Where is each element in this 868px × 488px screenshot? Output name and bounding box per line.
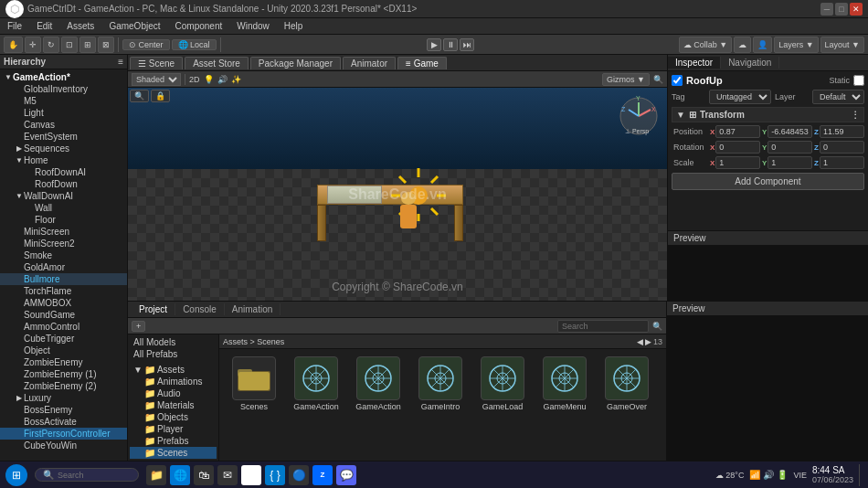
add-asset-button[interactable]: + bbox=[132, 321, 145, 332]
scale-tool-btn[interactable]: ⊡ bbox=[61, 37, 78, 53]
tree-prefabs[interactable]: 📁 Prefabs bbox=[130, 435, 217, 447]
asset-item-gameaction2[interactable]: GameAction bbox=[351, 356, 406, 453]
battery-icon[interactable]: 🔋 bbox=[777, 470, 788, 480]
menu-help[interactable]: Help bbox=[281, 20, 307, 32]
pause-button[interactable]: ⏸ bbox=[443, 38, 458, 51]
tab-animation[interactable]: Animation bbox=[225, 303, 281, 315]
tree-item-object[interactable]: Object bbox=[0, 345, 127, 356]
taskbar-app-store[interactable]: 🛍 bbox=[194, 465, 214, 485]
tab-navigation[interactable]: Navigation bbox=[721, 57, 779, 69]
transform-tool-btn[interactable]: ⊠ bbox=[98, 37, 114, 53]
position-x-input[interactable] bbox=[715, 125, 760, 138]
tree-scenes[interactable]: 📁 Scenes bbox=[130, 447, 217, 459]
tree-item-bullmore[interactable]: Bullmore bbox=[0, 273, 127, 285]
taskbar-app-chrome[interactable]: 🔵 bbox=[289, 465, 309, 485]
tree-item-bossactivate[interactable]: BossActivate bbox=[0, 416, 127, 428]
rotate-tool-btn[interactable]: ↻ bbox=[43, 37, 59, 53]
tree-item-cubeyouwin[interactable]: CubeYouWin bbox=[0, 440, 127, 451]
tree-item-floor[interactable]: Floor bbox=[0, 214, 127, 226]
scene-light-btn[interactable]: 💡 bbox=[204, 75, 214, 84]
taskbar-app-unity[interactable]: ⬡ bbox=[241, 465, 261, 485]
rotation-z-input[interactable] bbox=[820, 141, 864, 154]
tab-game[interactable]: ≡ Game bbox=[397, 57, 447, 69]
taskbar-app-zalo[interactable]: Z bbox=[312, 465, 333, 485]
rotation-y-input[interactable] bbox=[767, 141, 812, 154]
rotation-x-input[interactable] bbox=[715, 141, 760, 154]
asset-item-gameover[interactable]: GameOver bbox=[599, 356, 654, 453]
play-button[interactable]: ▶ bbox=[427, 38, 441, 51]
tree-item-bossenemy[interactable]: BossEnemy bbox=[0, 404, 127, 416]
move-tool-btn[interactable]: ✛ bbox=[25, 37, 41, 53]
asset-item-gameaction[interactable]: GameAction bbox=[289, 356, 344, 453]
start-button[interactable]: ⊞ bbox=[5, 464, 27, 486]
account-btn[interactable]: 👤 bbox=[753, 37, 772, 53]
tree-item-ammobox[interactable]: AMMOBOX bbox=[0, 297, 127, 309]
tree-item-home[interactable]: ▼ Home bbox=[0, 154, 127, 166]
next-btn[interactable]: ▶ bbox=[645, 337, 651, 346]
transform-section-header[interactable]: ▼ ⊞ Transform ⋮ bbox=[672, 107, 864, 122]
add-component-button[interactable]: Add Component bbox=[672, 173, 864, 190]
position-z-input[interactable] bbox=[820, 125, 864, 138]
asset-search-input[interactable] bbox=[557, 320, 649, 333]
rect-tool-btn[interactable]: ⊞ bbox=[79, 37, 96, 53]
tree-item-ammocontrol[interactable]: AmmoControl bbox=[0, 321, 127, 333]
tree-item-zombieenemy2[interactable]: ZombieEnemy (2) bbox=[0, 380, 127, 392]
taskbar-language[interactable]: VIE bbox=[793, 471, 807, 480]
asset-item-gameload[interactable]: GameLoad bbox=[475, 356, 530, 453]
layers-btn[interactable]: Layers ▼ bbox=[774, 37, 818, 53]
tree-item-miniscreen2[interactable]: MiniScreen2 bbox=[0, 238, 127, 249]
scene-viewport[interactable]: ShareCode.vn Copyright © ShareCode.vn X bbox=[128, 88, 667, 301]
asset-item-gameintro[interactable]: GameIntro bbox=[413, 356, 468, 453]
menu-window[interactable]: Window bbox=[233, 20, 273, 32]
tree-item-sequences[interactable]: ▶ Sequences bbox=[0, 143, 127, 154]
shading-dropdown[interactable]: Shaded bbox=[132, 73, 181, 86]
scene-lock-icon[interactable]: 🔒 bbox=[151, 90, 170, 102]
prev-btn[interactable]: ◀ bbox=[637, 337, 643, 346]
tree-assets[interactable]: ▼ 📁 Assets bbox=[130, 364, 217, 376]
menu-assets[interactable]: Assets bbox=[63, 20, 98, 32]
tree-item-zombieenemy0[interactable]: ZombieEnemy bbox=[0, 356, 127, 368]
network-icon[interactable]: 📶 bbox=[749, 470, 760, 480]
services-btn[interactable]: ☁ bbox=[734, 37, 751, 53]
tab-asset-store[interactable]: Asset Store bbox=[185, 57, 249, 69]
tree-item-zombieenemy1[interactable]: ZombieEnemy (1) bbox=[0, 368, 127, 380]
scene-search-icon[interactable]: 🔍 bbox=[130, 90, 149, 102]
position-y-input[interactable] bbox=[767, 125, 812, 138]
tree-item-goldamor[interactable]: GoldAmor bbox=[0, 261, 127, 273]
tree-item-roofdown[interactable]: RoofDown bbox=[0, 178, 127, 190]
scene-fx-btn[interactable]: ✨ bbox=[231, 75, 241, 84]
tree-item-smoke[interactable]: Smoke bbox=[0, 249, 127, 261]
minimize-button[interactable]: ─ bbox=[820, 3, 833, 16]
tree-item-walldownai[interactable]: ▼ WallDownAI bbox=[0, 190, 127, 202]
collab-btn[interactable]: ☁ Collab ▼ bbox=[679, 37, 732, 53]
tree-audio[interactable]: 📁 Audio bbox=[130, 387, 217, 399]
tree-item-cubetrigger[interactable]: CubeTrigger bbox=[0, 333, 127, 345]
tab-scene[interactable]: ☰ Scene bbox=[130, 57, 183, 69]
taskbar-app-mail[interactable]: ✉ bbox=[217, 465, 238, 485]
tab-animator[interactable]: Animator bbox=[343, 57, 396, 69]
gizmos-btn[interactable]: Gizmos ▼ bbox=[602, 73, 650, 86]
maximize-button[interactable]: □ bbox=[835, 3, 848, 16]
tree-item-light[interactable]: Light bbox=[0, 107, 127, 119]
tree-item-roofdownai[interactable]: RoofDownAI bbox=[0, 166, 127, 178]
menu-component[interactable]: Component bbox=[172, 20, 227, 32]
tree-item-firstpersoncontroller[interactable]: FirstPersonController bbox=[0, 428, 127, 440]
asset-item-folder[interactable]: Scenes bbox=[227, 356, 281, 453]
tree-item-miniscreen[interactable]: MiniScreen bbox=[0, 226, 127, 238]
scale-y-input[interactable] bbox=[767, 156, 812, 169]
tree-player[interactable]: 📁 Player bbox=[130, 423, 217, 435]
scale-z-input[interactable] bbox=[820, 156, 864, 169]
object-active-checkbox[interactable] bbox=[672, 75, 683, 86]
center-toggle[interactable]: ⊙ Center bbox=[122, 39, 170, 50]
hierarchy-tree[interactable]: ▼ GameAction* GlobalInventory M5 Light bbox=[0, 69, 127, 461]
tab-package-manager[interactable]: Package Manager bbox=[250, 57, 341, 69]
taskbar-app-explorer[interactable]: 📁 bbox=[146, 465, 166, 485]
tree-item-soundgame[interactable]: SoundGame bbox=[0, 309, 127, 321]
tab-console[interactable]: Console bbox=[175, 303, 225, 315]
tree-item-gameaction[interactable]: ▼ GameAction* bbox=[0, 71, 127, 83]
tree-item-globalinventory[interactable]: GlobalInventory bbox=[0, 83, 127, 95]
step-button[interactable]: ⏭ bbox=[460, 38, 474, 51]
tab-project[interactable]: Project bbox=[132, 303, 175, 315]
static-checkbox[interactable] bbox=[853, 75, 864, 86]
tree-item-eventsystem[interactable]: EventSystem bbox=[0, 131, 127, 143]
